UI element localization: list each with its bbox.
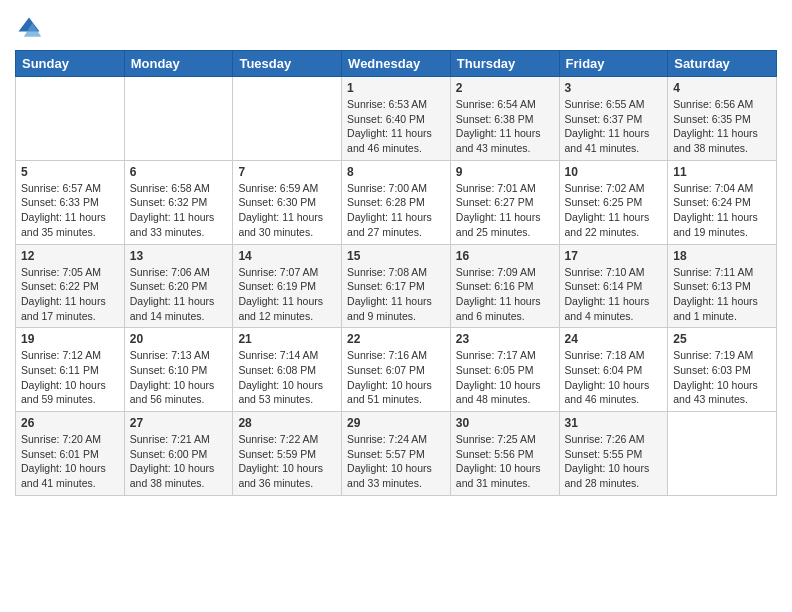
day-number: 13 [130, 249, 228, 263]
day-number: 22 [347, 332, 445, 346]
week-row-4: 19Sunrise: 7:12 AM Sunset: 6:11 PM Dayli… [16, 328, 777, 412]
day-info: Sunrise: 6:57 AM Sunset: 6:33 PM Dayligh… [21, 181, 119, 240]
day-cell-22: 22Sunrise: 7:16 AM Sunset: 6:07 PM Dayli… [342, 328, 451, 412]
day-info: Sunrise: 7:24 AM Sunset: 5:57 PM Dayligh… [347, 432, 445, 491]
calendar-page: SundayMondayTuesdayWednesdayThursdayFrid… [0, 0, 792, 511]
weekday-header-tuesday: Tuesday [233, 51, 342, 77]
weekday-header-row: SundayMondayTuesdayWednesdayThursdayFrid… [16, 51, 777, 77]
day-info: Sunrise: 7:17 AM Sunset: 6:05 PM Dayligh… [456, 348, 554, 407]
day-info: Sunrise: 7:06 AM Sunset: 6:20 PM Dayligh… [130, 265, 228, 324]
day-info: Sunrise: 6:56 AM Sunset: 6:35 PM Dayligh… [673, 97, 771, 156]
empty-cell [124, 77, 233, 161]
weekday-header-thursday: Thursday [450, 51, 559, 77]
day-number: 6 [130, 165, 228, 179]
day-cell-23: 23Sunrise: 7:17 AM Sunset: 6:05 PM Dayli… [450, 328, 559, 412]
day-info: Sunrise: 6:53 AM Sunset: 6:40 PM Dayligh… [347, 97, 445, 156]
day-number: 16 [456, 249, 554, 263]
day-number: 11 [673, 165, 771, 179]
day-cell-14: 14Sunrise: 7:07 AM Sunset: 6:19 PM Dayli… [233, 244, 342, 328]
day-cell-26: 26Sunrise: 7:20 AM Sunset: 6:01 PM Dayli… [16, 412, 125, 496]
day-number: 7 [238, 165, 336, 179]
day-info: Sunrise: 7:10 AM Sunset: 6:14 PM Dayligh… [565, 265, 663, 324]
logo-icon [15, 14, 43, 42]
day-info: Sunrise: 7:12 AM Sunset: 6:11 PM Dayligh… [21, 348, 119, 407]
day-number: 18 [673, 249, 771, 263]
day-number: 25 [673, 332, 771, 346]
day-info: Sunrise: 6:54 AM Sunset: 6:38 PM Dayligh… [456, 97, 554, 156]
day-number: 19 [21, 332, 119, 346]
day-number: 20 [130, 332, 228, 346]
day-number: 5 [21, 165, 119, 179]
day-number: 15 [347, 249, 445, 263]
day-info: Sunrise: 7:14 AM Sunset: 6:08 PM Dayligh… [238, 348, 336, 407]
day-cell-17: 17Sunrise: 7:10 AM Sunset: 6:14 PM Dayli… [559, 244, 668, 328]
weekday-header-sunday: Sunday [16, 51, 125, 77]
day-cell-21: 21Sunrise: 7:14 AM Sunset: 6:08 PM Dayli… [233, 328, 342, 412]
empty-cell [16, 77, 125, 161]
day-info: Sunrise: 7:04 AM Sunset: 6:24 PM Dayligh… [673, 181, 771, 240]
day-number: 17 [565, 249, 663, 263]
day-cell-25: 25Sunrise: 7:19 AM Sunset: 6:03 PM Dayli… [668, 328, 777, 412]
day-info: Sunrise: 7:11 AM Sunset: 6:13 PM Dayligh… [673, 265, 771, 324]
day-number: 27 [130, 416, 228, 430]
day-cell-24: 24Sunrise: 7:18 AM Sunset: 6:04 PM Dayli… [559, 328, 668, 412]
day-number: 10 [565, 165, 663, 179]
day-number: 31 [565, 416, 663, 430]
day-info: Sunrise: 7:07 AM Sunset: 6:19 PM Dayligh… [238, 265, 336, 324]
day-info: Sunrise: 6:59 AM Sunset: 6:30 PM Dayligh… [238, 181, 336, 240]
logo [15, 14, 47, 42]
day-number: 26 [21, 416, 119, 430]
day-cell-2: 2Sunrise: 6:54 AM Sunset: 6:38 PM Daylig… [450, 77, 559, 161]
empty-cell [233, 77, 342, 161]
day-info: Sunrise: 7:08 AM Sunset: 6:17 PM Dayligh… [347, 265, 445, 324]
day-cell-7: 7Sunrise: 6:59 AM Sunset: 6:30 PM Daylig… [233, 160, 342, 244]
day-cell-16: 16Sunrise: 7:09 AM Sunset: 6:16 PM Dayli… [450, 244, 559, 328]
day-cell-31: 31Sunrise: 7:26 AM Sunset: 5:55 PM Dayli… [559, 412, 668, 496]
day-cell-1: 1Sunrise: 6:53 AM Sunset: 6:40 PM Daylig… [342, 77, 451, 161]
day-number: 14 [238, 249, 336, 263]
day-cell-29: 29Sunrise: 7:24 AM Sunset: 5:57 PM Dayli… [342, 412, 451, 496]
day-info: Sunrise: 7:09 AM Sunset: 6:16 PM Dayligh… [456, 265, 554, 324]
calendar-table: SundayMondayTuesdayWednesdayThursdayFrid… [15, 50, 777, 496]
day-cell-6: 6Sunrise: 6:58 AM Sunset: 6:32 PM Daylig… [124, 160, 233, 244]
day-cell-3: 3Sunrise: 6:55 AM Sunset: 6:37 PM Daylig… [559, 77, 668, 161]
day-cell-18: 18Sunrise: 7:11 AM Sunset: 6:13 PM Dayli… [668, 244, 777, 328]
day-number: 2 [456, 81, 554, 95]
day-cell-10: 10Sunrise: 7:02 AM Sunset: 6:25 PM Dayli… [559, 160, 668, 244]
day-info: Sunrise: 7:21 AM Sunset: 6:00 PM Dayligh… [130, 432, 228, 491]
day-info: Sunrise: 7:25 AM Sunset: 5:56 PM Dayligh… [456, 432, 554, 491]
day-info: Sunrise: 7:02 AM Sunset: 6:25 PM Dayligh… [565, 181, 663, 240]
day-cell-15: 15Sunrise: 7:08 AM Sunset: 6:17 PM Dayli… [342, 244, 451, 328]
day-number: 21 [238, 332, 336, 346]
day-info: Sunrise: 7:22 AM Sunset: 5:59 PM Dayligh… [238, 432, 336, 491]
day-cell-9: 9Sunrise: 7:01 AM Sunset: 6:27 PM Daylig… [450, 160, 559, 244]
day-info: Sunrise: 7:26 AM Sunset: 5:55 PM Dayligh… [565, 432, 663, 491]
week-row-2: 5Sunrise: 6:57 AM Sunset: 6:33 PM Daylig… [16, 160, 777, 244]
day-number: 23 [456, 332, 554, 346]
day-number: 30 [456, 416, 554, 430]
day-info: Sunrise: 7:05 AM Sunset: 6:22 PM Dayligh… [21, 265, 119, 324]
day-info: Sunrise: 7:13 AM Sunset: 6:10 PM Dayligh… [130, 348, 228, 407]
day-number: 8 [347, 165, 445, 179]
day-info: Sunrise: 6:55 AM Sunset: 6:37 PM Dayligh… [565, 97, 663, 156]
day-info: Sunrise: 7:20 AM Sunset: 6:01 PM Dayligh… [21, 432, 119, 491]
day-cell-20: 20Sunrise: 7:13 AM Sunset: 6:10 PM Dayli… [124, 328, 233, 412]
day-cell-28: 28Sunrise: 7:22 AM Sunset: 5:59 PM Dayli… [233, 412, 342, 496]
day-number: 12 [21, 249, 119, 263]
day-number: 3 [565, 81, 663, 95]
day-number: 29 [347, 416, 445, 430]
day-info: Sunrise: 7:01 AM Sunset: 6:27 PM Dayligh… [456, 181, 554, 240]
day-cell-27: 27Sunrise: 7:21 AM Sunset: 6:00 PM Dayli… [124, 412, 233, 496]
day-cell-19: 19Sunrise: 7:12 AM Sunset: 6:11 PM Dayli… [16, 328, 125, 412]
day-number: 1 [347, 81, 445, 95]
header [15, 10, 777, 42]
weekday-header-saturday: Saturday [668, 51, 777, 77]
day-info: Sunrise: 6:58 AM Sunset: 6:32 PM Dayligh… [130, 181, 228, 240]
day-number: 4 [673, 81, 771, 95]
day-cell-13: 13Sunrise: 7:06 AM Sunset: 6:20 PM Dayli… [124, 244, 233, 328]
day-cell-11: 11Sunrise: 7:04 AM Sunset: 6:24 PM Dayli… [668, 160, 777, 244]
day-cell-30: 30Sunrise: 7:25 AM Sunset: 5:56 PM Dayli… [450, 412, 559, 496]
day-info: Sunrise: 7:18 AM Sunset: 6:04 PM Dayligh… [565, 348, 663, 407]
day-info: Sunrise: 7:00 AM Sunset: 6:28 PM Dayligh… [347, 181, 445, 240]
day-number: 28 [238, 416, 336, 430]
